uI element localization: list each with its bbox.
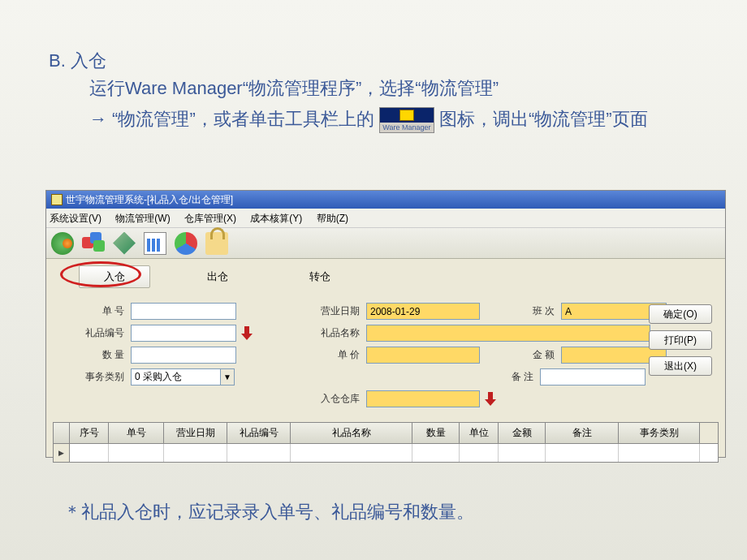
slide-line-1: 运行Ware Manager“物流管理程序”，选择“物流管理” bbox=[0, 73, 747, 104]
print-button[interactable]: 打印(P) bbox=[649, 330, 712, 350]
biz-date-label: 营业日期 bbox=[301, 304, 360, 318]
toolbar-icon-1[interactable] bbox=[51, 232, 74, 255]
shift-label: 班 次 bbox=[496, 304, 555, 318]
trans-type-input[interactable] bbox=[131, 368, 220, 386]
menu-system[interactable]: 系统设置(V) bbox=[50, 213, 101, 224]
order-no-label: 单 号 bbox=[66, 304, 124, 318]
ware-manager-icon: Ware Manager bbox=[379, 107, 434, 133]
qty-input[interactable] bbox=[131, 347, 236, 364]
slide-line-2-suffix: 图标，调出“物流管理”页面 bbox=[439, 109, 648, 129]
price-label: 单 价 bbox=[301, 348, 360, 362]
trans-type-label: 事务类别 bbox=[66, 370, 124, 384]
app-icon bbox=[51, 194, 63, 205]
gift-name-label: 礼品名称 bbox=[301, 326, 360, 340]
warehouse-label: 入仓仓库 bbox=[301, 392, 360, 406]
order-no-input[interactable] bbox=[131, 303, 236, 320]
menu-help[interactable]: 帮助(Z) bbox=[317, 213, 348, 224]
red-arrow-icon[interactable] bbox=[241, 326, 253, 341]
menu-warehouse[interactable]: 仓库管理(X) bbox=[184, 213, 236, 224]
trans-type-combo[interactable]: ▼ bbox=[131, 368, 235, 386]
form-section: 单 号 营业日期 班 次 礼品编号 礼品名称 数 量 bbox=[46, 295, 725, 416]
titlebar: 世宇物流管理系统-[礼品入仓/出仓管理] bbox=[46, 191, 725, 209]
th-order[interactable]: 单号 bbox=[109, 423, 164, 443]
gift-name-input[interactable] bbox=[366, 325, 650, 342]
slide-heading: B. 入仓 bbox=[0, 0, 747, 73]
exit-button[interactable]: 退出(X) bbox=[649, 356, 712, 376]
th-name[interactable]: 礼品名称 bbox=[291, 423, 412, 443]
th-remark[interactable]: 备注 bbox=[546, 423, 619, 443]
menu-logistics[interactable]: 物流管理(W) bbox=[115, 213, 170, 224]
th-qty[interactable]: 数量 bbox=[412, 423, 460, 443]
menubar: 系统设置(V) 物流管理(W) 仓库管理(X) 成本核算(Y) 帮助(Z) bbox=[46, 209, 725, 228]
th-type[interactable]: 事务类别 bbox=[619, 423, 700, 443]
menu-cost[interactable]: 成本核算(Y) bbox=[250, 213, 302, 224]
th-code[interactable]: 礼品编号 bbox=[227, 423, 291, 443]
tab-in[interactable]: 入仓 bbox=[79, 265, 150, 288]
gift-code-input[interactable] bbox=[131, 325, 236, 342]
remark-label: 备 注 bbox=[475, 370, 533, 384]
biz-date-input[interactable] bbox=[366, 303, 480, 320]
toolbar-icon-4[interactable] bbox=[144, 232, 166, 255]
red-arrow-icon-2[interactable] bbox=[485, 392, 496, 407]
slide-line-2: → “物流管理”，或者单击工具栏上的 Ware Manager 图标，调出“物流… bbox=[0, 104, 747, 136]
toolbar-icon-3[interactable] bbox=[113, 232, 136, 255]
tab-row: 入仓 出仓 转仓 bbox=[46, 259, 725, 295]
amount-label: 金 额 bbox=[496, 348, 555, 362]
toolbar bbox=[46, 228, 725, 259]
warehouse-input[interactable] bbox=[366, 390, 480, 407]
th-row-selector bbox=[54, 423, 70, 443]
tab-transfer[interactable]: 转仓 bbox=[285, 266, 355, 287]
window-title: 世宇物流管理系统-[礼品入仓/出仓管理] bbox=[66, 193, 233, 207]
toolbar-icon-5[interactable] bbox=[175, 232, 197, 255]
qty-label: 数 量 bbox=[66, 348, 124, 362]
button-panel: 确定(O) 打印(P) 退出(X) bbox=[649, 304, 712, 376]
th-seq[interactable]: 序号 bbox=[70, 423, 109, 443]
gift-code-label: 礼品编号 bbox=[66, 326, 124, 340]
ware-manager-icon-label: Ware Manager bbox=[380, 123, 434, 131]
table-row[interactable] bbox=[54, 444, 718, 462]
toolbar-icon-6[interactable] bbox=[205, 232, 228, 255]
data-table: 序号 单号 营业日期 礼品编号 礼品名称 数量 单位 金额 备注 事务类别 bbox=[53, 422, 719, 463]
chevron-down-icon[interactable]: ▼ bbox=[220, 368, 235, 386]
footer-note: ＊礼品入仓时，应记录录入单号、礼品编号和数量。 bbox=[63, 500, 474, 524]
tab-out[interactable]: 出仓 bbox=[183, 266, 253, 287]
th-date[interactable]: 营业日期 bbox=[164, 423, 227, 443]
remark-input[interactable] bbox=[540, 368, 646, 386]
slide-line-2-prefix: → “物流管理”，或者单击工具栏上的 bbox=[89, 109, 374, 129]
row-indicator-icon bbox=[54, 444, 70, 462]
th-amt[interactable]: 金额 bbox=[499, 423, 546, 443]
ok-button[interactable]: 确定(O) bbox=[649, 304, 712, 324]
toolbar-icon-2[interactable] bbox=[82, 232, 105, 255]
price-input[interactable] bbox=[366, 347, 480, 364]
app-window: 世宇物流管理系统-[礼品入仓/出仓管理] 系统设置(V) 物流管理(W) 仓库管… bbox=[45, 190, 726, 458]
table-header: 序号 单号 营业日期 礼品编号 礼品名称 数量 单位 金额 备注 事务类别 bbox=[54, 423, 718, 444]
th-unit[interactable]: 单位 bbox=[460, 423, 499, 443]
